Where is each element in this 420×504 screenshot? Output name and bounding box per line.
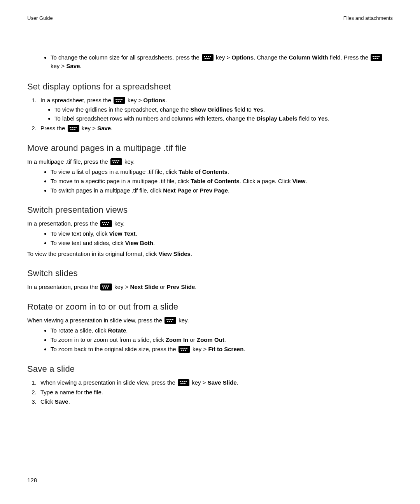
page-number: 128 xyxy=(27,476,37,485)
list-item: Click Save. xyxy=(38,397,393,406)
section-switch-slides: Switch slides In a presentation, press t… xyxy=(27,267,393,291)
menu-key-icon xyxy=(110,158,122,165)
paragraph: In a presentation, press the key. xyxy=(27,219,393,228)
ordered-steps: When viewing a presentation in slide vie… xyxy=(27,378,393,406)
list-item: To label spreadsheet rows with numbers a… xyxy=(54,114,393,123)
bullets: To view text only, click View Text. To v… xyxy=(27,229,393,247)
header-left: User Guide xyxy=(27,15,53,22)
ordered-steps: In a spreadsheet, press the key > Option… xyxy=(27,96,393,133)
section-set-display-options: Set display options for a spreadsheet In… xyxy=(27,80,393,133)
bullets: To rotate a slide, click Rotate. To zoom… xyxy=(27,326,393,354)
list-item: To change the column size for all spread… xyxy=(51,53,393,70)
list-item: In a spreadsheet, press the key > Option… xyxy=(38,96,393,123)
menu-key-icon xyxy=(164,317,176,324)
list-item: Press the key > Save. xyxy=(38,124,393,133)
intro-bullet-list: To change the column size for all spread… xyxy=(27,53,393,70)
section-title: Switch slides xyxy=(27,267,393,280)
menu-key-icon xyxy=(100,284,112,290)
section-title: Set display options for a spreadsheet xyxy=(27,80,393,93)
bullets: To view a list of pages in a multipage .… xyxy=(27,168,393,194)
header-right: Files and attachments xyxy=(343,15,393,22)
menu-key-icon xyxy=(371,54,382,61)
list-item: To view text and slides, click View Both… xyxy=(51,239,393,247)
paragraph: In a presentation, press the key > Next … xyxy=(27,283,393,291)
list-item: To move to a specific page in a multipag… xyxy=(51,177,393,186)
menu-key-icon xyxy=(178,346,190,353)
list-item: To view the gridlines in the spreadsheet… xyxy=(54,105,393,114)
list-item: To switch pages in a multipage .tif file… xyxy=(51,186,393,195)
section-save-slide: Save a slide When viewing a presentation… xyxy=(27,363,393,406)
section-switch-views: Switch presentation views In a presentat… xyxy=(27,204,393,258)
section-title: Move around pages in a multipage .tif fi… xyxy=(27,142,393,154)
page-header: User Guide Files and attachments xyxy=(27,15,393,22)
menu-key-icon xyxy=(202,54,214,61)
list-item: When viewing a presentation in slide vie… xyxy=(38,378,393,387)
section-title: Rotate or zoom in to or out from a slide xyxy=(27,301,393,313)
paragraph: In a multipage .tif file, press the key. xyxy=(27,158,393,166)
document-page: User Guide Files and attachments To chan… xyxy=(0,0,420,504)
list-item: To zoom in to or zoom out from a slide, … xyxy=(51,336,393,344)
menu-key-icon xyxy=(68,125,79,132)
menu-key-icon xyxy=(178,379,189,386)
paragraph: When viewing a presentation in slide vie… xyxy=(27,316,393,325)
sub-bullets: To view the gridlines in the spreadsheet… xyxy=(40,105,393,123)
section-rotate-zoom: Rotate or zoom in to or out from a slide… xyxy=(27,301,393,353)
list-item: Type a name for the file. xyxy=(38,388,393,397)
paragraph: To view the presentation in its original… xyxy=(27,250,393,258)
list-item: To view text only, click View Text. xyxy=(51,229,393,238)
section-move-tif: Move around pages in a multipage .tif fi… xyxy=(27,142,393,194)
menu-key-icon xyxy=(114,97,125,104)
section-title: Save a slide xyxy=(27,363,393,375)
list-item: To view a list of pages in a multipage .… xyxy=(51,168,393,176)
section-title: Switch presentation views xyxy=(27,204,393,216)
list-item: To zoom back to the original slide size,… xyxy=(51,345,393,354)
menu-key-icon xyxy=(100,220,112,227)
list-item: To rotate a slide, click Rotate. xyxy=(51,326,393,335)
